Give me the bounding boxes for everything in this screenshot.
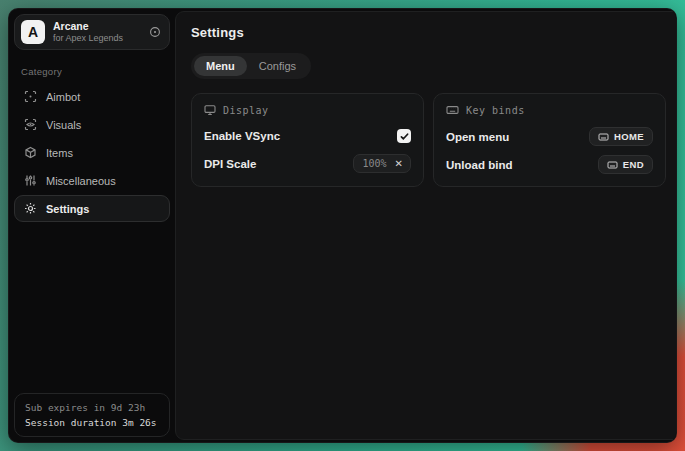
vsync-checkbox[interactable]	[397, 129, 411, 143]
unload-bind-keybind[interactable]: END	[598, 155, 653, 174]
dpi-row: DPI Scale 100% ✕	[204, 154, 411, 173]
category-label: Category	[21, 66, 163, 77]
settings-cards: Display Enable VSync DPI Scale 100% ✕	[191, 93, 666, 187]
keyboard-icon	[446, 104, 459, 116]
dpi-label: DPI Scale	[204, 158, 256, 170]
tab-bar: Menu Configs	[191, 53, 311, 79]
app-subtitle: for Apex Legends	[53, 33, 141, 44]
sidebar-nav: Aimbot Visuals	[9, 83, 175, 222]
dpi-scale-value[interactable]: 100%	[363, 158, 387, 169]
profile-card[interactable]: A Arcane for Apex Legends	[14, 14, 170, 50]
sidebar-item-settings[interactable]: Settings	[14, 195, 170, 222]
keybinds-card-header: Key binds	[446, 104, 653, 116]
sidebar-item-label: Visuals	[46, 119, 81, 131]
eye-icon	[23, 118, 37, 131]
sidebar-item-label: Aimbot	[46, 91, 80, 103]
unload-bind-row: Unload bind END	[446, 155, 653, 174]
sidebar-item-aimbot[interactable]: Aimbot	[14, 83, 170, 110]
tab-configs[interactable]: Configs	[247, 56, 308, 76]
sliders-icon	[23, 174, 37, 187]
session-duration-text: Session duration 3m 26s	[25, 417, 159, 428]
sidebar-item-label: Settings	[46, 203, 89, 215]
key-icon	[598, 132, 609, 142]
dpi-scale-input[interactable]: 100% ✕	[353, 154, 411, 173]
sidebar-item-miscellaneous[interactable]: Miscellaneous	[14, 167, 170, 194]
box-icon	[23, 146, 37, 159]
app-name: Arcane	[53, 20, 141, 33]
sidebar-item-label: Miscellaneous	[46, 175, 116, 187]
sidebar-item-label: Items	[46, 147, 73, 159]
sidebar-item-visuals[interactable]: Visuals	[14, 111, 170, 138]
vsync-row: Enable VSync	[204, 127, 411, 145]
keybinds-card: Key binds Open menu HOME Unload bin	[433, 93, 666, 187]
unload-bind-key: END	[623, 159, 644, 170]
page-title: Settings	[191, 25, 666, 40]
keybinds-card-title: Key binds	[466, 105, 525, 116]
crosshair-icon	[23, 90, 37, 103]
open-menu-key: HOME	[614, 131, 644, 142]
sidebar: A Arcane for Apex Legends Category	[9, 9, 175, 442]
monitor-icon	[204, 104, 216, 116]
display-card-title: Display	[223, 105, 269, 116]
sub-expires-text: Sub expires in 9d 23h	[25, 402, 159, 413]
main-panel: Settings Menu Configs Display	[175, 11, 677, 440]
display-card: Display Enable VSync DPI Scale 100% ✕	[191, 93, 424, 187]
open-menu-keybind[interactable]: HOME	[589, 127, 653, 146]
open-menu-row: Open menu HOME	[446, 127, 653, 146]
unload-bind-label: Unload bind	[446, 159, 512, 171]
display-card-header: Display	[204, 104, 411, 116]
vsync-label: Enable VSync	[204, 130, 280, 142]
subscription-card: Sub expires in 9d 23h Session duration 3…	[14, 393, 170, 437]
sidebar-spacer	[9, 222, 175, 393]
profile-meta: Arcane for Apex Legends	[53, 20, 141, 44]
open-menu-label: Open menu	[446, 131, 509, 143]
sidebar-item-items[interactable]: Items	[14, 139, 170, 166]
clear-icon[interactable]: ✕	[395, 159, 403, 169]
key-icon	[607, 160, 618, 170]
gear-icon	[23, 202, 37, 215]
target-icon[interactable]	[149, 26, 161, 38]
app-window: A Arcane for Apex Legends Category	[8, 8, 677, 443]
tab-menu[interactable]: Menu	[194, 56, 247, 76]
app-logo: A	[21, 20, 45, 44]
